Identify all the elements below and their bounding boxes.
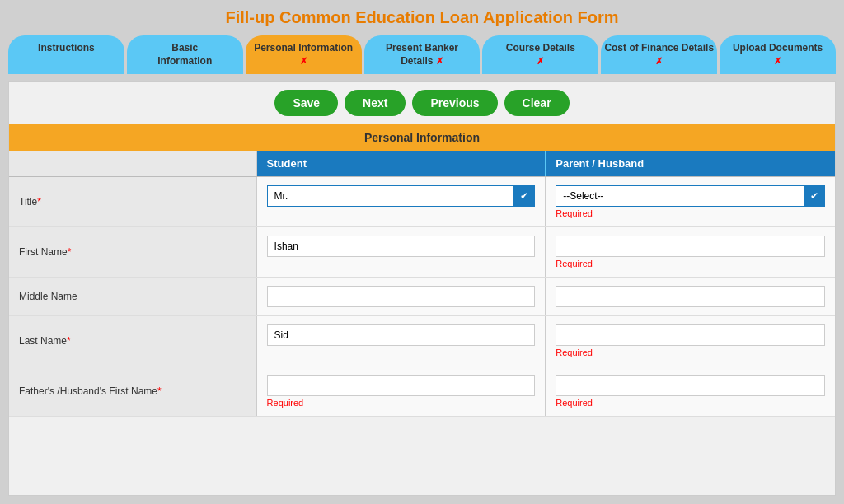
clear-button[interactable]: Clear	[504, 90, 570, 116]
lastname-parent-required: Required	[556, 348, 825, 357]
tabs-row: Instructions BasicInformation Personal I…	[8, 35, 836, 74]
fathers-firstname-parent-input[interactable]	[556, 375, 825, 396]
lastname-student-cell	[257, 316, 546, 366]
toolbar: Save Next Previous Clear	[9, 82, 835, 124]
column-headers: Student Parent / Husband	[9, 151, 835, 177]
firstname-parent-cell: Required	[546, 227, 835, 277]
student-col-header: Student	[257, 151, 546, 176]
save-button[interactable]: Save	[274, 90, 338, 116]
title-student-select-wrapper: Mr. Mrs. Ms. Dr. ✔	[267, 185, 536, 207]
fathers-firstname-student-cell: Required	[257, 366, 546, 416]
firstname-parent-required: Required	[556, 259, 825, 268]
section-header: Personal Information	[9, 124, 835, 151]
firstname-row: First Name* Required	[9, 227, 835, 278]
next-button[interactable]: Next	[345, 90, 406, 116]
tab-instructions[interactable]: Instructions	[8, 35, 124, 74]
parent-col-header: Parent / Husband	[546, 151, 835, 176]
lastname-label: Last Name*	[9, 316, 257, 366]
tab-personal-information[interactable]: Personal Information✗	[246, 35, 362, 74]
middlename-row: Middle Name	[9, 278, 835, 316]
title-parent-cell: --Select-- Mr. Mrs. Ms. Dr. ✔ Required	[546, 177, 835, 226]
middlename-parent-cell	[546, 278, 835, 315]
middlename-student-input[interactable]	[267, 286, 536, 307]
tab-upload-documents[interactable]: Upload Documents✗	[720, 35, 836, 74]
title-parent-required: Required	[556, 208, 825, 218]
title-row: Title* Mr. Mrs. Ms. Dr. ✔ --Select--	[9, 177, 835, 227]
fathers-firstname-parent-required: Required	[556, 398, 825, 408]
firstname-student-cell	[257, 227, 546, 277]
lastname-parent-cell: Required	[546, 316, 835, 366]
title-student-cell: Mr. Mrs. Ms. Dr. ✔	[257, 177, 546, 226]
middlename-label: Middle Name	[9, 278, 257, 315]
firstname-label: First Name*	[9, 227, 257, 277]
fathers-firstname-student-required: Required	[267, 398, 536, 408]
tab-cost-finance[interactable]: Cost of Finance Details✗	[601, 35, 717, 74]
lastname-student-input[interactable]	[267, 324, 536, 346]
fathers-firstname-row: Father's /Husband's First Name* Required…	[9, 366, 835, 417]
tab-course-details[interactable]: Course Details✗	[482, 35, 598, 74]
title-parent-select[interactable]: --Select-- Mr. Mrs. Ms. Dr.	[556, 185, 825, 207]
fathers-firstname-student-input[interactable]	[267, 375, 536, 396]
middlename-parent-input[interactable]	[556, 286, 825, 307]
label-col-header	[9, 151, 257, 176]
tab-present-banker[interactable]: Present BankerDetails ✗	[364, 35, 481, 74]
title-student-select[interactable]: Mr. Mrs. Ms. Dr.	[267, 185, 536, 207]
lastname-row: Last Name* Required	[9, 316, 835, 366]
main-content: Save Next Previous Clear Personal Inform…	[8, 81, 836, 496]
middlename-student-cell	[257, 278, 546, 315]
fathers-firstname-label: Father's /Husband's First Name*	[9, 366, 257, 416]
title-parent-select-wrapper: --Select-- Mr. Mrs. Ms. Dr. ✔	[556, 185, 825, 207]
fathers-firstname-parent-cell: Required	[546, 366, 835, 416]
tab-basic-information[interactable]: BasicInformation	[127, 35, 243, 74]
firstname-student-input[interactable]	[267, 236, 536, 257]
firstname-parent-input[interactable]	[556, 236, 825, 257]
previous-button[interactable]: Previous	[412, 90, 497, 116]
title-label: Title*	[9, 177, 257, 226]
lastname-parent-input[interactable]	[556, 324, 825, 346]
page-title: Fill-up Common Education Loan Applicatio…	[225, 8, 618, 27]
